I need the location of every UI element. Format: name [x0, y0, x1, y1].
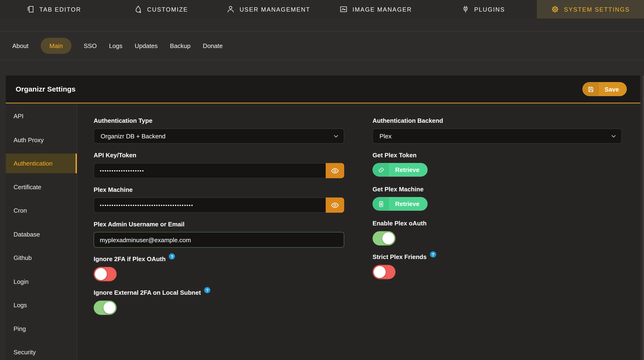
- help-icon[interactable]: ?: [204, 287, 210, 293]
- nav-label: PLUGINS: [474, 6, 505, 12]
- nav-tab-editor[interactable]: TAB EDITOR: [0, 0, 108, 18]
- retrieve-label: Retrieve: [390, 197, 428, 210]
- ignore-2fa-oauth-group: Ignore 2FA if Plex OAuth ?: [94, 256, 344, 281]
- sidebar-item-auth-proxy[interactable]: Auth Proxy: [6, 128, 77, 152]
- plex-machine-group: Plex Machine: [94, 186, 344, 213]
- label-text: Enable Plex oAuth: [373, 220, 427, 227]
- label-text: Authentication Backend: [373, 117, 443, 124]
- retrieve-label: Retrieve: [390, 163, 428, 176]
- customize-icon: [134, 5, 142, 14]
- panel-header: Organizr Settings Save: [6, 76, 640, 103]
- settings-sidebar: API Auth Proxy Authentication Certificat…: [6, 103, 77, 360]
- nav-image-manager[interactable]: IMAGE MANAGER: [322, 0, 430, 18]
- scrollbar-track[interactable]: [643, 76, 644, 360]
- main-nav: TAB EDITOR CUSTOMIZE USER MANAGEMENT IMA…: [0, 0, 644, 18]
- help-glyph: ?: [206, 288, 208, 292]
- subnav-about[interactable]: About: [12, 42, 28, 50]
- get-plex-machine-label: Get Plex Machine: [373, 186, 622, 192]
- retrieve-plex-machine-button[interactable]: Retrieve: [373, 197, 428, 210]
- id-badge-icon: [373, 197, 390, 210]
- nav-label: CUSTOMIZE: [147, 6, 188, 12]
- label-text: Ignore External 2FA on Local Subnet: [94, 289, 201, 296]
- plugins-icon: [461, 5, 470, 14]
- plex-admin-field[interactable]: [94, 232, 344, 248]
- form-column-right: Authentication Backend Plex Get Plex Tok…: [373, 117, 622, 287]
- sidebar-item-database[interactable]: Database: [6, 222, 77, 246]
- sidebar-item-certificate[interactable]: Certificate: [6, 175, 77, 199]
- retrieve-plex-token-button[interactable]: Retrieve: [373, 163, 428, 176]
- label-text: API Key/Token: [94, 152, 136, 159]
- nav-plugins[interactable]: PLUGINS: [430, 0, 537, 18]
- toggle-knob: [382, 232, 394, 244]
- ignore-external-2fa-toggle[interactable]: [94, 301, 117, 315]
- sidebar-item-ping[interactable]: Ping: [6, 317, 77, 340]
- enable-plex-oauth-label: Enable Plex oAuth: [373, 220, 622, 226]
- authentication-backend-select[interactable]: Plex: [373, 128, 622, 144]
- plex-admin-group: Plex Admin Username or Email: [94, 220, 344, 248]
- nav-customize[interactable]: CUSTOMIZE: [108, 0, 215, 18]
- label-text: Plex Machine: [94, 186, 133, 193]
- sidebar-item-login[interactable]: Login: [6, 270, 77, 293]
- selected-value: Organizr DB + Backend: [100, 133, 166, 140]
- plex-machine-field[interactable]: [94, 198, 326, 213]
- label-text: Get Plex Machine: [373, 186, 424, 193]
- nav-system-settings[interactable]: SYSTEM SETTINGS: [536, 0, 644, 18]
- chevron-down-icon: [611, 134, 616, 138]
- sidebar-item-github[interactable]: Github: [6, 246, 77, 270]
- ticket-icon: [373, 163, 390, 176]
- label-text: Get Plex Token: [373, 152, 417, 159]
- eye-icon: [330, 166, 339, 175]
- toggle-knob: [95, 268, 107, 280]
- label-text: Ignore 2FA if Plex OAuth: [94, 256, 166, 262]
- help-glyph: ?: [432, 252, 434, 257]
- authentication-type-select[interactable]: Organizr DB + Backend: [94, 128, 344, 144]
- enable-plex-oauth-toggle[interactable]: [373, 231, 396, 246]
- help-icon[interactable]: ?: [169, 253, 175, 260]
- ignore-2fa-oauth-label: Ignore 2FA if Plex OAuth ?: [94, 256, 344, 262]
- toggle-knob: [374, 266, 386, 278]
- ignore-2fa-oauth-toggle[interactable]: [94, 267, 117, 281]
- save-button-label: Save: [599, 82, 627, 96]
- eye-icon: [330, 201, 339, 209]
- tab-editor-icon: [26, 5, 35, 14]
- nav-label: TAB EDITOR: [39, 6, 81, 12]
- plex-machine-label: Plex Machine: [94, 186, 344, 192]
- floppy-icon: [582, 82, 599, 96]
- page-title: Organizr Settings: [16, 85, 76, 93]
- sidebar-item-api[interactable]: API: [6, 104, 77, 128]
- nav-user-management[interactable]: USER MANAGEMENT: [214, 0, 322, 18]
- chevron-down-icon: [334, 134, 338, 138]
- form-column-left: Authentication Type Organizr DB + Backen…: [94, 117, 344, 323]
- api-key-field[interactable]: [94, 163, 326, 178]
- system-settings-icon: [551, 5, 559, 14]
- sidebar-item-logs[interactable]: Logs: [6, 293, 77, 317]
- auth-backend-group: Authentication Backend Plex: [373, 117, 622, 144]
- settings-subnav: About Main SSO Logs Updates Backup Donat…: [0, 31, 644, 60]
- subnav-logs[interactable]: Logs: [109, 42, 122, 50]
- api-key-label: API Key/Token: [94, 152, 344, 158]
- sidebar-item-cron[interactable]: Cron: [6, 199, 77, 222]
- nav-label: USER MANAGEMENT: [240, 6, 310, 12]
- reveal-plex-machine-button[interactable]: [326, 198, 344, 213]
- subnav-sso[interactable]: SSO: [84, 42, 97, 50]
- subnav-backup[interactable]: Backup: [170, 42, 190, 50]
- sidebar-item-security[interactable]: Security: [6, 340, 77, 360]
- enable-plex-oauth-group: Enable Plex oAuth: [373, 220, 622, 246]
- nav-label: IMAGE MANAGER: [352, 6, 412, 12]
- subnav-updates[interactable]: Updates: [134, 42, 158, 50]
- api-key-group: API Key/Token: [94, 152, 344, 178]
- sidebar-item-authentication[interactable]: Authentication: [6, 154, 77, 173]
- help-icon[interactable]: ?: [430, 251, 436, 257]
- get-plex-token-label: Get Plex Token: [373, 152, 622, 158]
- plex-admin-label: Plex Admin Username or Email: [94, 220, 344, 227]
- subnav-main[interactable]: Main: [41, 38, 71, 54]
- save-button[interactable]: Save: [582, 82, 627, 96]
- reveal-api-key-button[interactable]: [326, 163, 344, 178]
- nav-label: SYSTEM SETTINGS: [564, 6, 630, 12]
- selected-value: Plex: [380, 133, 392, 140]
- subnav-donate[interactable]: Donate: [203, 42, 223, 50]
- strict-plex-friends-toggle[interactable]: [373, 265, 396, 279]
- settings-panel: Organizr Settings Save API Auth Proxy Au…: [6, 76, 640, 360]
- toggle-knob: [104, 302, 115, 314]
- label-text: Authentication Type: [94, 117, 152, 124]
